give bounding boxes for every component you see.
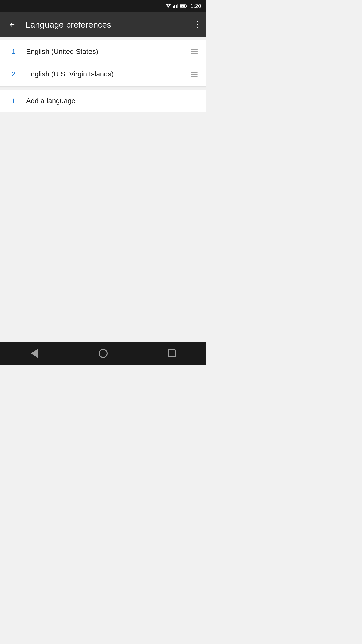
language-number-2: 2 — [6, 70, 21, 78]
language-item-2[interactable]: 2 English (U.S. Virgin Islands) — [0, 63, 206, 86]
language-name-2: English (U.S. Virgin Islands) — [21, 70, 188, 78]
add-language-section: + Add a language — [0, 90, 206, 112]
nav-home-button[interactable] — [93, 343, 113, 364]
svg-rect-6 — [186, 5, 187, 7]
navigation-bar — [0, 342, 206, 365]
content-area — [0, 112, 206, 342]
status-icons: 85 1:20 — [166, 3, 201, 9]
nav-recent-icon — [168, 349, 176, 357]
wifi-icon — [166, 4, 171, 8]
back-button[interactable] — [6, 19, 18, 31]
add-language-label: Add a language — [21, 97, 75, 105]
svg-marker-0 — [167, 6, 169, 8]
language-name-1: English (United States) — [21, 48, 188, 56]
svg-rect-2 — [174, 5, 175, 8]
overflow-menu-button[interactable] — [195, 19, 200, 30]
nav-home-icon — [99, 349, 108, 358]
svg-text:85: 85 — [181, 6, 183, 8]
language-list: 1 English (United States) 2 English (U.S… — [0, 40, 206, 86]
svg-rect-3 — [176, 5, 177, 8]
status-time: 1:20 — [190, 3, 201, 9]
add-language-button[interactable]: + Add a language — [0, 90, 206, 112]
add-icon: + — [6, 96, 21, 106]
status-bar: 85 1:20 — [0, 0, 206, 12]
drag-handle-1[interactable] — [188, 47, 200, 56]
toolbar: Language preferences — [0, 12, 206, 37]
svg-rect-1 — [173, 6, 174, 8]
nav-back-icon — [31, 349, 38, 358]
list-separator — [0, 86, 206, 88]
language-item-1[interactable]: 1 English (United States) — [0, 40, 206, 63]
nav-recents-button[interactable] — [162, 343, 182, 364]
language-number-1: 1 — [6, 48, 21, 56]
signal-icon — [173, 4, 178, 8]
drag-handle-2[interactable] — [188, 69, 200, 79]
nav-back-button[interactable] — [24, 343, 44, 364]
battery-icon: 85 — [180, 4, 187, 8]
page-title: Language preferences — [26, 20, 187, 30]
svg-rect-4 — [177, 4, 178, 8]
